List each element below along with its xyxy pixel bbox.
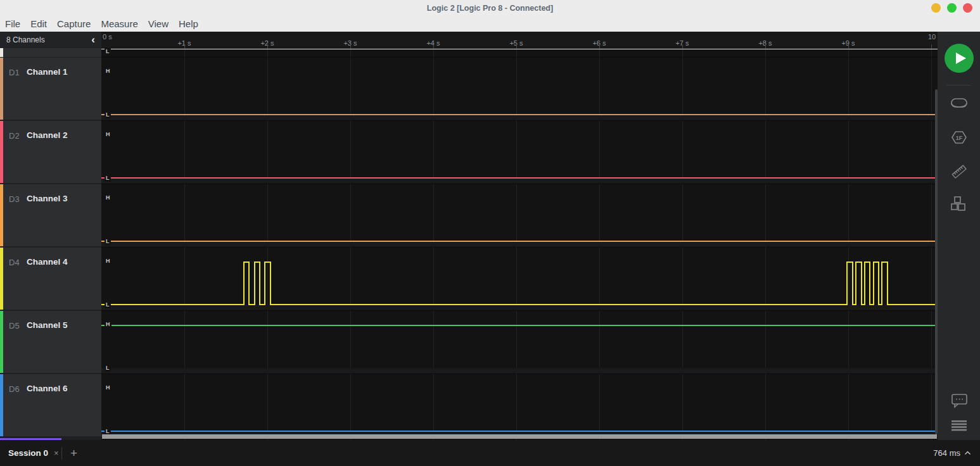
channel-id: D1 <box>9 68 20 77</box>
session-tab-bar: Session 0 × + 764 ms <box>0 440 980 466</box>
titlebar: Logic 2 [Logic Pro 8 - Connected] <box>0 0 980 16</box>
channels-count-label: 8 Channels <box>6 35 45 44</box>
channel-color-strip <box>0 184 3 246</box>
channel-color-strip <box>0 121 3 183</box>
menu-capture[interactable]: Capture <box>52 18 96 29</box>
close-button[interactable] <box>963 3 972 13</box>
toolbar-divider <box>946 85 971 85</box>
channel-name[interactable]: Channel 5 <box>27 320 68 330</box>
menu-edit[interactable]: Edit <box>25 18 52 29</box>
waveform-canvas[interactable] <box>101 48 938 440</box>
chat-bubble-icon <box>950 393 968 408</box>
timeline-ruler[interactable]: 0 s+1 s+2 s+3 s+4 s+5 s+6 s+7 s+8 s+9 s1… <box>101 32 938 48</box>
comments-button[interactable] <box>938 393 980 408</box>
channel-id: D3 <box>9 194 20 204</box>
window-title: Logic 2 [Logic Pro 8 - Connected] <box>427 4 553 13</box>
extensions-blocks-icon <box>950 196 968 211</box>
channel-id: D4 <box>9 258 20 267</box>
session-tab-label: Session 0 <box>8 448 48 458</box>
play-icon <box>945 44 974 73</box>
time-tick <box>267 44 268 48</box>
time-tick <box>931 44 932 48</box>
waveform-svg <box>101 48 938 440</box>
channel-row-d4[interactable]: D4Channel 4 <box>0 248 101 310</box>
minimize-button[interactable] <box>931 3 941 13</box>
extensions-button[interactable] <box>938 196 980 211</box>
channel-color-strip <box>0 374 3 436</box>
time-tick <box>682 44 683 48</box>
signal-d4 <box>101 262 938 305</box>
channel-name[interactable]: Channel 3 <box>27 194 68 203</box>
analyzers-hexagon-icon: 1F <box>950 130 968 145</box>
channel-id: D6 <box>9 384 20 394</box>
menu-view[interactable]: View <box>143 18 174 29</box>
channel-name[interactable]: Channel 2 <box>27 130 68 140</box>
chevron-up-icon <box>964 451 971 455</box>
time-tick <box>765 44 766 48</box>
analyzers-button[interactable]: 1F <box>938 130 980 145</box>
device-settings-button[interactable] <box>938 98 980 111</box>
channel-row-d2[interactable]: D2Channel 2 <box>0 121 101 183</box>
channel-color-strip <box>0 311 3 373</box>
active-tab-indicator <box>0 438 61 440</box>
channel-color-strip <box>0 48 3 57</box>
capture-log-button[interactable] <box>938 420 980 431</box>
logic2-window: Logic 2 [Logic Pro 8 - Connected] File E… <box>0 0 980 466</box>
measurements-button[interactable] <box>938 163 980 179</box>
session-tab-close-icon[interactable]: × <box>54 448 59 458</box>
capture-duration-control[interactable]: 764 ms <box>933 448 971 458</box>
collapse-sidebar-button[interactable]: ‹ <box>91 34 95 45</box>
channel-color-strip <box>0 58 3 120</box>
menu-file[interactable]: File <box>0 18 25 29</box>
channel-name[interactable]: Channel 4 <box>27 257 68 267</box>
channels-header: 8 Channels ‹ <box>0 32 101 48</box>
time-tick <box>599 44 600 48</box>
menubar: File Edit Capture Measure View Help <box>0 16 980 32</box>
device-icon <box>950 98 968 111</box>
channel-row-d5[interactable]: D5Channel 5 <box>0 311 101 373</box>
tab-divider <box>61 447 62 460</box>
start-capture-button[interactable] <box>938 44 980 73</box>
maximize-button[interactable] <box>947 3 957 13</box>
channel-id: D5 <box>9 321 20 331</box>
channel-row-d6[interactable]: D6Channel 6 <box>0 374 101 436</box>
window-controls <box>931 3 972 13</box>
hamburger-menu-icon <box>951 420 967 431</box>
channel-row-d0[interactable] <box>0 48 101 57</box>
time-tick <box>433 44 434 48</box>
channel-name[interactable]: Channel 6 <box>27 384 68 393</box>
time-tick <box>184 44 185 48</box>
add-session-button[interactable]: + <box>70 447 77 459</box>
channel-id: D2 <box>9 131 20 141</box>
channel-row-d1[interactable]: D1Channel 1 <box>0 58 101 120</box>
time-tick <box>516 44 517 48</box>
channel-name[interactable]: Channel 1 <box>27 67 68 77</box>
menu-help[interactable]: Help <box>174 18 203 29</box>
menu-measure[interactable]: Measure <box>96 18 143 29</box>
horizontal-scrollbar[interactable] <box>102 434 937 439</box>
channel-list: D1Channel 1D2Channel 2D3Channel 3D4Chann… <box>0 48 101 440</box>
channel-row-d3[interactable]: D3Channel 3 <box>0 184 101 246</box>
channel-color-strip <box>0 248 3 310</box>
time-label: 0 s <box>103 33 112 41</box>
time-tick <box>350 44 351 48</box>
session-tab[interactable]: Session 0 × <box>0 448 61 458</box>
time-label: 10 s <box>928 33 938 41</box>
analyzer-badge: 1F <box>955 135 962 141</box>
capture-duration-value: 764 ms <box>933 448 960 458</box>
ruler-icon <box>950 163 968 179</box>
time-tick <box>848 44 849 48</box>
right-toolbar: 1F <box>938 32 980 440</box>
